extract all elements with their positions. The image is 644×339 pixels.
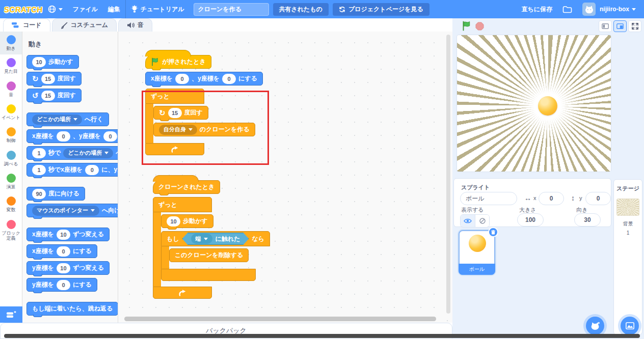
block-dropdown[interactable]: 端	[191, 234, 212, 244]
account-menu[interactable]: nijiiro-box	[599, 0, 641, 18]
sprite-direction-input[interactable]	[574, 213, 601, 227]
block-number-input[interactable]: 10	[167, 216, 180, 227]
create-clone-block[interactable]: 自分自身 のクローンを作る	[153, 123, 255, 136]
block-dropdown[interactable]: どこかの場所	[32, 115, 82, 125]
sprite-x-input[interactable]	[539, 192, 564, 205]
tab-sounds[interactable]: 音	[118, 18, 152, 32]
category-item[interactable]: 演算	[0, 170, 22, 193]
small-stage-button[interactable]	[599, 20, 612, 32]
tab-costumes[interactable]: コスチューム	[52, 18, 117, 32]
block-dropdown[interactable]: どこかの場所	[63, 148, 113, 158]
palette-block[interactable]: 1秒でどこかの場所へ行く	[26, 146, 118, 160]
block-number-input[interactable]: 0	[85, 165, 99, 175]
category-item[interactable]: 音	[0, 78, 22, 101]
sprite-list-item[interactable]: ボール	[459, 230, 495, 275]
block-number-input[interactable]: 0	[175, 74, 189, 84]
stage-selector[interactable]: ステージ 背景 1	[613, 179, 642, 335]
page-scrollbar[interactable]	[4, 334, 640, 338]
block-number-input[interactable]: 15	[168, 108, 182, 118]
sprite-size-input[interactable]	[517, 213, 544, 227]
hide-sprite-button[interactable]	[475, 215, 489, 227]
menu-file[interactable]: ファイル	[68, 0, 103, 18]
palette-block[interactable]: x座標を0にする	[26, 244, 97, 258]
scratch-logo[interactable]: SCRATCH	[4, 5, 43, 14]
shared-button[interactable]: 共有されたもの	[273, 3, 329, 16]
stage[interactable]	[457, 35, 611, 172]
palette-block[interactable]: ↻15度回す	[26, 72, 82, 86]
my-stuff-button[interactable]	[557, 0, 577, 18]
block-number-input[interactable]: 1	[32, 148, 46, 158]
block-number-input[interactable]: 10	[32, 57, 46, 67]
sprite-y-input[interactable]	[585, 192, 611, 205]
sprite-name-input[interactable]	[460, 192, 517, 205]
project-name-input[interactable]	[194, 3, 269, 16]
palette-block[interactable]: 90度に向ける	[26, 187, 85, 201]
category-label: 動き	[6, 46, 15, 51]
script-stack-clone[interactable]: クローンされたとき ずっと 10 歩動かす もし 端 に	[153, 174, 270, 301]
category-item[interactable]: イベント	[0, 101, 22, 124]
if-block[interactable]: もし 端 に触れた なら このクローンを削除する	[161, 231, 270, 281]
block-number-input[interactable]: 15	[41, 74, 55, 84]
block-dropdown[interactable]: マウスのポインター	[32, 206, 99, 216]
block-number-input[interactable]: 0	[222, 74, 236, 84]
menu-tutorials[interactable]: チュートリアル	[126, 0, 190, 18]
fullscreen-button[interactable]	[628, 20, 641, 32]
save-now-button[interactable]: 直ちに保存	[516, 0, 557, 18]
category-item[interactable]: 制御	[0, 124, 22, 147]
category-item[interactable]: 動き	[0, 32, 22, 54]
palette-block[interactable]: 1秒でx座標を0に、y座標を0	[26, 163, 118, 177]
menu-edit[interactable]: 編集	[103, 0, 125, 18]
palette-block[interactable]: y座標を10ずつ変える	[26, 261, 110, 275]
stop-button[interactable]	[475, 22, 484, 31]
block-number-input[interactable]: 0	[57, 280, 70, 290]
show-sprite-button[interactable]	[461, 215, 475, 227]
palette-block[interactable]: y座標を0にする	[26, 278, 97, 292]
category-item[interactable]: 見た目	[0, 54, 22, 77]
palette-block[interactable]: ↺15度回す	[26, 89, 82, 102]
palette-block[interactable]: 10歩動かす	[26, 55, 79, 69]
green-flag-button[interactable]	[462, 21, 472, 31]
palette-block[interactable]: マウスのポインターへ向ける	[26, 204, 118, 217]
category-label: 演算	[7, 184, 16, 189]
default-stage-button[interactable]	[613, 20, 627, 32]
block-number-input[interactable]: 0	[57, 246, 70, 257]
when-flag-clicked-block[interactable]: が押されたとき	[145, 55, 211, 69]
canvas-horizontal-scrollbar[interactable]	[124, 317, 436, 321]
ball-sprite[interactable]	[538, 96, 557, 116]
canvas-vertical-scrollbar[interactable]	[446, 35, 450, 314]
stage-header	[452, 18, 644, 34]
language-selector[interactable]	[43, 0, 68, 18]
goto-xy-block[interactable]: x座標を 0 、y座標を 0 にする	[145, 72, 263, 86]
script-area[interactable]: が押されたとき x座標を 0 、y座標を 0 にする ずっと ↻ 15 度回す	[118, 32, 452, 323]
touching-boolean-block[interactable]: 端 に触れた	[182, 233, 249, 245]
block-number-input[interactable]: 1	[32, 165, 46, 175]
add-sprite-button[interactable]	[586, 317, 604, 335]
palette-block[interactable]: x座標を10ずつ変える	[26, 228, 110, 241]
move-steps-block[interactable]: 10 歩動かす	[161, 214, 213, 228]
block-number-input[interactable]: 15	[41, 91, 55, 101]
category-item[interactable]: ブロック定義	[0, 216, 22, 245]
block-dropdown[interactable]: 自分自身	[159, 125, 197, 135]
forever-block[interactable]: ずっと ↻ 15 度回す 自分自身 のクローンを作る	[145, 89, 255, 155]
palette-block[interactable]: どこかの場所へ行く	[26, 112, 109, 126]
add-backdrop-button[interactable]	[621, 317, 639, 335]
palette-block[interactable]: もし端に着いたら、跳ね返る	[26, 302, 118, 316]
tab-code[interactable]: コード	[3, 18, 50, 32]
block-number-input[interactable]: 0	[57, 131, 70, 142]
block-number-input[interactable]: 0	[103, 131, 117, 142]
script-stack-flag[interactable]: が押されたとき x座標を 0 、y座標を 0 にする ずっと ↻ 15 度回す	[145, 49, 263, 157]
when-cloned-block[interactable]: クローンされたとき	[153, 180, 220, 194]
category-item[interactable]: 変数	[0, 193, 22, 216]
palette-block[interactable]: x座標を0、y座標を0にする	[26, 129, 118, 143]
add-extension-button[interactable]	[0, 306, 22, 323]
avatar[interactable]	[582, 3, 596, 16]
see-project-page-button[interactable]: プロジェクトページを見る	[333, 3, 430, 16]
forever-block[interactable]: ずっと 10 歩動かす もし 端 に触れた	[153, 197, 270, 299]
category-item[interactable]: 調べる	[0, 147, 22, 170]
delete-sprite-button[interactable]	[488, 227, 498, 237]
turn-right-block[interactable]: ↻ 15 度回す	[153, 106, 208, 120]
block-number-input[interactable]: 10	[57, 263, 70, 273]
block-number-input[interactable]: 90	[32, 189, 46, 199]
delete-clone-block[interactable]: このクローンを削除する	[169, 248, 249, 262]
block-number-input[interactable]: 10	[57, 230, 70, 240]
